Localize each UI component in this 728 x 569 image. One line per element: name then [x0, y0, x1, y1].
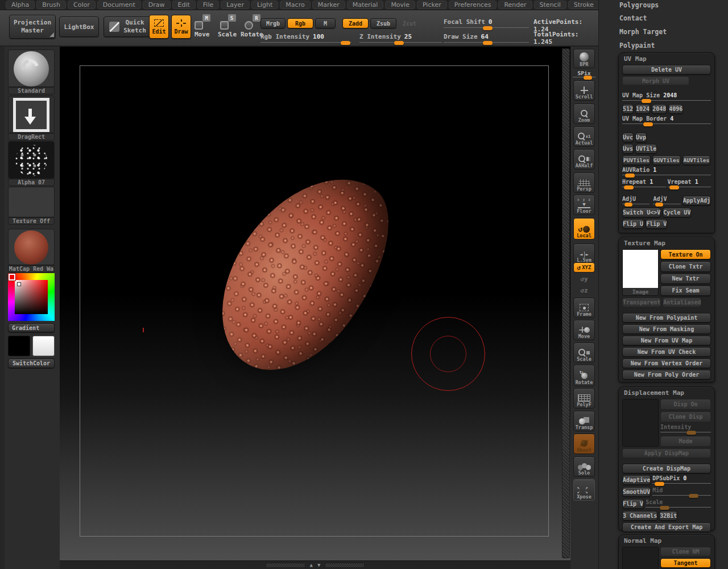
adju-knob[interactable]: [624, 203, 632, 207]
xpose-button[interactable]: ↖↗↙↘ Xpose: [573, 479, 595, 501]
menu-alpha[interactable]: Alpha: [6, 1, 35, 9]
shelf-scale-button[interactable]: Scale: [573, 343, 595, 363]
divider-grip-right[interactable]: [325, 563, 365, 568]
menu-brush[interactable]: Brush: [36, 1, 66, 9]
antialiased-button[interactable]: Antialiased: [663, 298, 701, 307]
color-picker[interactable]: [8, 273, 55, 321]
hrepeat-knob[interactable]: [624, 185, 634, 189]
transp-button[interactable]: Transp: [573, 411, 595, 431]
lsym-button[interactable]: ◄► L.Sym: [573, 244, 595, 264]
menu-light[interactable]: Light: [251, 1, 278, 9]
create-export-map-button[interactable]: Create And Export Map: [622, 522, 711, 532]
bpr-button[interactable]: BPR: [573, 49, 595, 68]
normal-map-thumbnail[interactable]: [622, 547, 659, 569]
uv-map-size-knob[interactable]: [642, 99, 651, 103]
clone-txtr-button[interactable]: Clone Txtr: [660, 261, 711, 271]
flip-u-button[interactable]: Flip U: [622, 219, 644, 229]
dpsubpix-slider[interactable]: DPSubPix0: [652, 475, 711, 485]
auvratio-knob[interactable]: [625, 174, 635, 178]
projection-master-button[interactable]: Projection Master: [9, 15, 56, 39]
actual-button[interactable]: x1 Actual: [573, 126, 595, 147]
menu-preferences[interactable]: Preferences: [449, 1, 497, 9]
new-from-uv-check-button[interactable]: New From UV Check: [622, 347, 711, 357]
menu-marker[interactable]: Marker: [312, 1, 345, 9]
spix-slider[interactable]: SPix: [573, 70, 595, 79]
apply-dispmap-button[interactable]: Apply DispMap: [622, 448, 711, 458]
texture-map-title[interactable]: Texture Map: [619, 237, 714, 248]
dpsubpix-knob[interactable]: [655, 482, 664, 486]
texture-image-thumbnail[interactable]: Image: [622, 249, 659, 296]
menu-stroke[interactable]: Stroke: [568, 1, 599, 9]
channels-button[interactable]: 3 Channels: [622, 511, 657, 521]
uv-size-1024-button[interactable]: 1024: [635, 104, 650, 114]
uv-map-border-slider[interactable]: UV Map Border4: [622, 116, 711, 126]
draw-size-slider[interactable]: Draw Size64: [444, 33, 529, 44]
new-from-poly-order-button[interactable]: New From Poly Order: [622, 370, 711, 380]
new-from-uv-map-button[interactable]: New From UV Map: [622, 336, 711, 345]
fix-seam-button[interactable]: Fix Seam: [660, 286, 711, 296]
material-thumbnail[interactable]: [8, 229, 55, 265]
adjv-knob[interactable]: [655, 203, 663, 207]
menu-render[interactable]: Render: [498, 1, 532, 9]
uv-map-title[interactable]: UV Map: [619, 53, 714, 64]
clone-nm-button[interactable]: Clone NM: [660, 547, 711, 556]
menu-material[interactable]: Material: [347, 1, 384, 9]
guvtiles-button[interactable]: GUVTiles: [652, 155, 681, 165]
edit-button[interactable]: Edit: [149, 15, 169, 39]
texture-thumbnail[interactable]: [8, 187, 55, 217]
rgb-button[interactable]: Rgb: [287, 18, 313, 28]
disp-scale-knob[interactable]: [660, 506, 669, 510]
menu-color[interactable]: Color: [68, 1, 96, 9]
zsub-button[interactable]: Zsub: [370, 18, 396, 28]
gradient-button[interactable]: Gradient: [8, 323, 55, 332]
secondary-color-swatch[interactable]: [32, 336, 55, 356]
uv-map-size-slider[interactable]: UV Map Size2048: [622, 92, 711, 102]
morph-uv-button[interactable]: Morph UV: [622, 76, 689, 85]
menu-macro[interactable]: Macro: [280, 1, 310, 9]
frame-button[interactable]: Frame: [573, 298, 595, 318]
normal-map-title[interactable]: Normal Map: [619, 535, 714, 546]
focal-shift-knob[interactable]: [483, 26, 493, 30]
shelf-move-button[interactable]: Move: [573, 320, 595, 340]
mid-slider[interactable]: Mid: [652, 487, 711, 497]
new-from-vertex-order-button[interactable]: New From Vertex Order: [622, 358, 711, 368]
adaptive-button[interactable]: Adaptive: [622, 475, 651, 485]
draw-button[interactable]: Draw: [171, 15, 191, 39]
scroll-button[interactable]: Scroll: [573, 80, 595, 101]
new-from-masking-button[interactable]: New From Masking: [622, 324, 711, 334]
clone-disp-button[interactable]: Clone Disp: [660, 411, 711, 422]
uv-map-border-knob[interactable]: [643, 122, 653, 126]
move-tool-button[interactable]: M Move: [195, 16, 210, 38]
shelf-rotate-button[interactable]: ↻ Rotate: [573, 365, 595, 386]
xyz-button[interactable]: ↺ XYZ: [573, 262, 595, 273]
section-contact[interactable]: Contact: [619, 14, 647, 22]
delete-uv-button[interactable]: Delete UV: [622, 65, 711, 75]
main-color-swatch[interactable]: [8, 336, 30, 356]
auvtiles-button[interactable]: AUVTiles: [682, 155, 711, 165]
z-intensity-knob[interactable]: [394, 41, 404, 45]
auvratio-slider[interactable]: AUVRatio1: [622, 167, 711, 177]
rgb-intensity-knob[interactable]: [341, 41, 350, 45]
menu-movie[interactable]: Movie: [385, 1, 415, 9]
menu-stencil[interactable]: Stencil: [534, 1, 566, 9]
stroke-thumbnail[interactable]: [8, 96, 55, 133]
section-morph-target[interactable]: Morph Target: [619, 28, 667, 36]
disp-scale-slider[interactable]: Scale: [646, 499, 711, 509]
quick-sketch-button[interactable]: Quick Sketch: [104, 17, 154, 37]
uvc-button[interactable]: Uvc: [622, 133, 634, 142]
cycle-uv-button[interactable]: Cycle UV: [663, 208, 691, 217]
hrepeat-slider[interactable]: Hrepeat1: [622, 179, 666, 189]
disp-on-button[interactable]: Disp On: [660, 399, 711, 410]
focal-shift-slider[interactable]: Focal Shift0: [444, 18, 529, 30]
rgb-intensity-slider[interactable]: Rgb Intensity100: [260, 33, 351, 44]
spin-z-button[interactable]: ↺z: [573, 285, 595, 295]
z-intensity-slider[interactable]: Z Intensity25: [359, 33, 442, 44]
divider-down-arrow-icon[interactable]: ▼: [317, 563, 320, 568]
disp-mode-button[interactable]: Mode: [660, 436, 711, 447]
menu-layer[interactable]: Layer: [221, 1, 250, 9]
zcut-button[interactable]: Zcut: [398, 18, 421, 28]
m-button[interactable]: M: [315, 18, 336, 28]
brush-thumbnail[interactable]: [8, 50, 55, 87]
smoothuv-button[interactable]: SmoothUV: [622, 487, 651, 497]
solo-button[interactable]: Solo: [573, 456, 595, 477]
